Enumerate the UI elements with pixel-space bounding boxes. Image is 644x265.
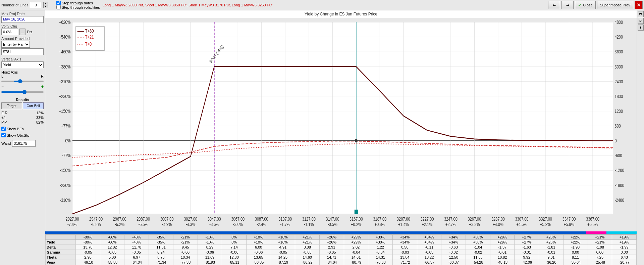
vertical-axis-section: Vertical Axis Yield xyxy=(1,57,44,68)
col-header-18: +27% xyxy=(515,235,539,240)
top-bar-right: ⬅ ➡ ✓ Close Superimpose Prev ✕ xyxy=(548,1,643,9)
step-through-dates-label[interactable]: Step through dates xyxy=(56,1,100,5)
cell-gamma-19: -0.01 xyxy=(539,250,564,255)
cell-theta-14: 13.22 xyxy=(417,255,441,260)
cell-vega-14: -66.37 xyxy=(417,260,441,265)
svg-text:3067.00: 3067.00 xyxy=(231,216,245,222)
cell-theta-6: 12.80 xyxy=(222,255,247,260)
cell-yield-9: +21% xyxy=(295,240,320,245)
cell-delta-3: 11.81 xyxy=(149,245,173,250)
wand-input[interactable]: 3161.75 xyxy=(12,140,36,147)
number-of-lines-input[interactable]: 3 xyxy=(30,2,42,8)
svg-text:+460%: +460% xyxy=(59,49,71,55)
volty-chg-input[interactable]: 0.0% xyxy=(1,29,18,35)
cell-delta-6: 7.14 xyxy=(222,245,247,250)
cell-gamma-4: -0.06 xyxy=(173,250,198,255)
w-button[interactable]: W xyxy=(638,11,644,17)
amount-dropdown[interactable]: Enter by Hand xyxy=(1,41,30,48)
cell-delta-12: 1.22 xyxy=(368,245,393,250)
cell-delta-17: -1.37 xyxy=(490,245,515,250)
cell-theta-19: 9.01 xyxy=(539,255,564,260)
cell-vega-9: -86.22 xyxy=(295,260,320,265)
vertical-axis-dropdown[interactable]: Yield xyxy=(1,61,44,68)
col-header-13: +34% xyxy=(393,235,417,240)
svg-text:3247.00: 3247.00 xyxy=(444,216,458,222)
col-header-8: +16% xyxy=(271,235,295,240)
show-bes-checkbox[interactable] xyxy=(1,127,6,131)
show-obj-row: Show Obj.Stp xyxy=(1,133,44,137)
target-btn[interactable]: Target xyxy=(1,102,22,109)
svg-text:3287.00: 3287.00 xyxy=(491,216,505,222)
show-bes-row: Show BEs xyxy=(1,127,44,131)
cell-vega-19: -36.20 xyxy=(539,260,564,265)
amount-provided-section: Amount Provided Enter by Hand $781 xyxy=(1,37,44,55)
cell-delta-16: -1.04 xyxy=(466,245,490,250)
row-label-yield: Yield xyxy=(46,240,76,245)
wand-label: Wand xyxy=(1,141,11,145)
cell-gamma-8: -0.05 xyxy=(271,250,295,255)
cancel-button[interactable]: ✕ xyxy=(635,1,643,9)
curr-bell-btn[interactable]: Curr Bell xyxy=(23,102,44,109)
cell-yield-1: -66% xyxy=(100,240,124,245)
horiz-slider-2[interactable] xyxy=(1,90,44,94)
col-header-2: -48% xyxy=(124,235,149,240)
svg-text:+6.5%: +6.5% xyxy=(587,222,598,227)
step-through-dates-checkbox[interactable] xyxy=(56,1,61,5)
cell-yield-22: +19% xyxy=(612,240,637,245)
back-button[interactable]: ⬅ xyxy=(548,1,560,9)
cell-delta-0: 13.78 xyxy=(76,245,100,250)
cell-vega-3: -71.34 xyxy=(149,260,173,265)
cell-yield-4: -21% xyxy=(173,240,198,245)
show-obj-stp-label: Show Obj.Stp xyxy=(7,133,29,137)
d-button[interactable]: D xyxy=(638,18,644,24)
left-panel: Max Proj Date May 16, 2020 Volty Chg 0.0… xyxy=(0,10,45,265)
superimpose-prev-button[interactable]: Superimpose Prev xyxy=(597,1,634,9)
i-button[interactable]: I xyxy=(638,25,644,31)
step-through-vol-checkbox[interactable] xyxy=(56,5,61,9)
max-proj-date-value[interactable]: May 16, 2020 xyxy=(1,16,44,23)
cell-yield-2: -48% xyxy=(124,240,149,245)
table-row-delta: Delta13.7812.8211.7811.819.458.297.146.0… xyxy=(46,245,637,250)
spin-up-btn[interactable]: ▲ xyxy=(43,2,48,5)
amount-value-input[interactable]: $781 xyxy=(1,48,44,55)
col-header-7: +10% xyxy=(246,235,271,240)
col-header-16: +30% xyxy=(466,235,490,240)
col-header-9: +21% xyxy=(295,235,320,240)
svg-text:-600: -600 xyxy=(615,153,622,159)
horiz-l-label: L xyxy=(1,74,3,78)
cell-vega-0: -46.10 xyxy=(76,260,100,265)
horiz-slider-1[interactable] xyxy=(1,79,44,84)
cell-theta-17: 10.82 xyxy=(490,255,515,260)
blue-bar xyxy=(45,231,586,234)
cell-yield-21: +21% xyxy=(588,240,612,245)
spin-down-btn[interactable]: ▼ xyxy=(43,5,48,8)
cell-delta-1: 12.82 xyxy=(100,245,124,250)
er-label: E.R. xyxy=(1,111,8,115)
cell-yield-12: +30% xyxy=(368,240,393,245)
results-data: E.R. 12% +/- 33% P.P. 82% xyxy=(1,111,44,125)
close-button[interactable]: ✓ Close xyxy=(575,1,595,9)
svg-text:0%: 0% xyxy=(65,138,71,144)
svg-text:T+80: T+80 xyxy=(85,28,94,34)
chart-table-area: Yield by Change in ES Jun Futures Price xyxy=(45,10,637,265)
show-bes-label: Show BEs xyxy=(7,127,24,131)
svg-text:-1.7%: -1.7% xyxy=(280,222,290,227)
cell-delta-14: -0.11 xyxy=(417,245,441,250)
svg-text:3307.00: 3307.00 xyxy=(515,216,528,222)
svg-text:2927.00: 2927.00 xyxy=(66,216,79,222)
cell-delta-22: -1.99 xyxy=(612,245,637,250)
step-through-vol-label[interactable]: Step through volatilities xyxy=(56,5,100,9)
volty-dots-btn[interactable]: ... xyxy=(19,29,25,35)
slider-thumb-2[interactable] xyxy=(22,90,26,94)
cell-delta-20: -1.93 xyxy=(563,245,588,250)
svg-text:+5.9%: +5.9% xyxy=(564,222,575,227)
cell-delta-15: -0.63 xyxy=(441,245,466,250)
col-header-5: -10% xyxy=(198,235,222,240)
pp-label: P.P. xyxy=(1,120,7,124)
slider-thumb-1[interactable] xyxy=(18,79,22,83)
show-obj-stp-checkbox[interactable] xyxy=(1,133,6,137)
table-header-row: -80%-66%-48%-35%-21%-10%0%+10%+16%+21%+2… xyxy=(46,235,637,240)
content-area: Max Proj Date May 16, 2020 Volty Chg 0.0… xyxy=(0,10,644,265)
forward-button[interactable]: ➡ xyxy=(561,1,574,9)
volty-chg-label: Volty Chg xyxy=(1,24,44,28)
